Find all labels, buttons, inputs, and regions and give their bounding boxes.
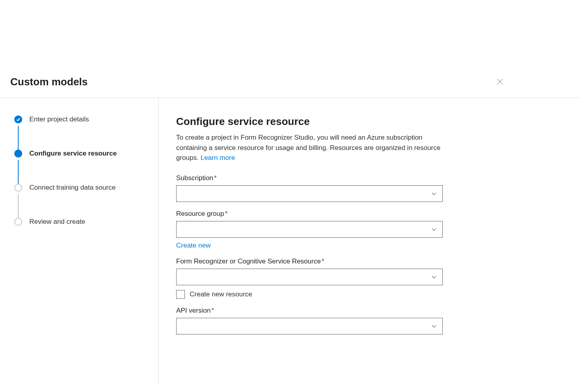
step-marker-upcoming (14, 184, 22, 192)
step-marker-completed (14, 115, 22, 123)
step-connect-training-data-source[interactable]: Connect training data source (14, 184, 151, 192)
required-indicator: * (225, 210, 228, 217)
api-version-dropdown[interactable] (176, 318, 443, 334)
step-label: Connect training data source (29, 184, 115, 192)
main-panel: Configure service resource To create a p… (159, 98, 460, 386)
step-configure-service-resource[interactable]: Configure service resource (14, 150, 151, 158)
step-label: Enter project details (29, 115, 89, 123)
create-new-resource-row: Create new resource (176, 290, 443, 299)
create-new-resource-group-link[interactable]: Create new (176, 242, 211, 250)
field-api-version: API version* (176, 307, 443, 334)
chevron-down-icon (431, 227, 437, 232)
close-button[interactable] (494, 75, 506, 88)
subscription-label: Subscription* (176, 174, 443, 182)
close-icon (497, 79, 503, 85)
create-new-resource-checkbox[interactable] (176, 290, 185, 299)
field-subscription: Subscription* (176, 174, 443, 202)
wizard-steps-sidebar: Enter project details Configure service … (0, 98, 159, 386)
step-marker-upcoming (14, 218, 22, 226)
service-resource-dropdown[interactable] (176, 269, 443, 285)
api-version-label: API version* (176, 307, 443, 315)
step-connector (18, 194, 19, 219)
dialog-header: Custom models (0, 75, 580, 98)
dialog-title: Custom models (10, 76, 88, 88)
step-connector (18, 126, 19, 150)
field-resource-group: Resource group* Create new (176, 210, 443, 250)
create-new-resource-checkbox-label: Create new resource (190, 290, 252, 298)
required-indicator: * (211, 307, 214, 314)
step-review-and-create[interactable]: Review and create (14, 218, 151, 226)
resource-group-label: Resource group* (176, 210, 443, 218)
required-indicator: * (214, 174, 217, 182)
service-resource-label: Form Recognizer or Cognitive Service Res… (176, 257, 443, 265)
chevron-down-icon (431, 191, 437, 196)
step-connector (18, 160, 19, 184)
required-indicator: * (322, 257, 325, 265)
step-label: Configure service resource (29, 150, 117, 158)
subscription-dropdown[interactable] (176, 185, 443, 202)
checkmark-icon (16, 117, 21, 122)
main-heading: Configure service resource (176, 115, 443, 128)
learn-more-link[interactable]: Learn more (200, 154, 235, 161)
main-description: To create a project in Form Recognizer S… (176, 133, 443, 163)
resource-group-dropdown[interactable] (176, 221, 443, 238)
field-service-resource: Form Recognizer or Cognitive Service Res… (176, 257, 443, 299)
step-marker-current (14, 150, 22, 158)
chevron-down-icon (431, 274, 437, 280)
step-label: Review and create (29, 218, 85, 226)
chevron-down-icon (431, 323, 437, 329)
step-enter-project-details[interactable]: Enter project details (14, 115, 151, 123)
